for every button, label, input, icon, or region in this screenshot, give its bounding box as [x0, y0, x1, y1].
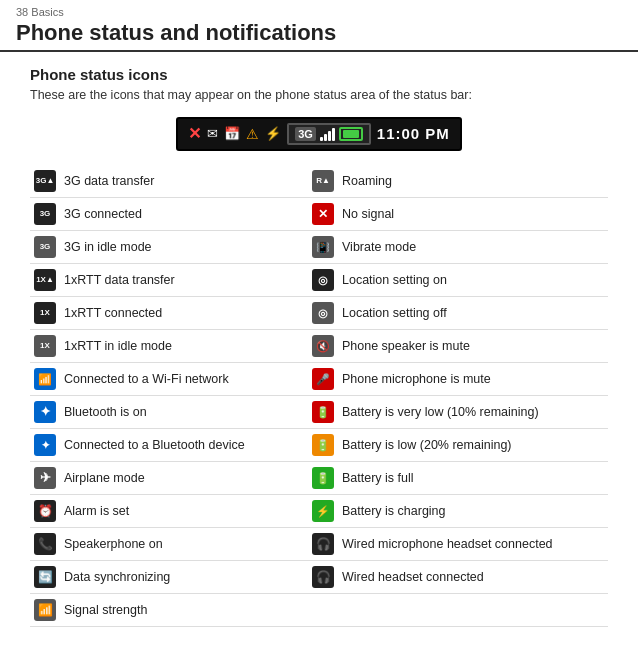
label-cell: Battery is charging [338, 494, 608, 527]
icon-cell: ◎ [308, 263, 338, 296]
table-row: ✦ Connected to a Bluetooth device 🔋 Batt… [30, 428, 608, 461]
icon-cell: 🔇 [308, 329, 338, 362]
1xrtt-idle-icon: 1X [34, 335, 56, 357]
icon-cell: 🎧 [308, 560, 338, 593]
3g-idle-icon: 3G [34, 236, 56, 258]
icon-cell: ⚡ [308, 494, 338, 527]
battery-full-icon: 🔋 [312, 467, 334, 489]
table-row: ✦ Bluetooth is on 🔋 Battery is very low … [30, 395, 608, 428]
table-row: 1X▲ 1xRTT data transfer ◎ Location setti… [30, 263, 608, 296]
data-sync-icon: 🔄 [34, 566, 56, 588]
icon-cell: ✕ [308, 197, 338, 230]
icon-cell: 1X▲ [30, 263, 60, 296]
label-cell: 1xRTT in idle mode [60, 329, 290, 362]
label-cell: Connected to a Bluetooth device [60, 428, 290, 461]
icon-cell: 📶 [30, 362, 60, 395]
icon-cell: ◎ [308, 296, 338, 329]
usb-icon: ⚡ [265, 126, 281, 141]
table-row: 3G 3G connected ✕ No signal [30, 197, 608, 230]
warning-icon: ⚠ [246, 126, 259, 142]
label-cell: Wired headset connected [338, 560, 608, 593]
label-cell: Roaming [338, 165, 608, 198]
battery-fill [343, 130, 359, 138]
label-cell: Bluetooth is on [60, 395, 290, 428]
mail-icon: ✉ [207, 126, 218, 141]
label-cell: Battery is very low (10% remaining) [338, 395, 608, 428]
icon-cell: 🔄 [30, 560, 60, 593]
bar1 [320, 137, 323, 141]
bluetooth-device-icon: ✦ [34, 434, 56, 456]
label-cell: Battery is full [338, 461, 608, 494]
table-row: 📶 Signal strength [30, 593, 608, 626]
battery-very-low-icon: 🔋 [312, 401, 334, 423]
mic-mute-icon: 🎤 [312, 368, 334, 390]
icon-cell: ✈ [30, 461, 60, 494]
icon-cell: 🔋 [308, 395, 338, 428]
icon-cell: ⏰ [30, 494, 60, 527]
status-bar-illustration: ✕ ✉ 📅 ⚠ ⚡ 3G [30, 117, 608, 151]
table-row: 📞 Speakerphone on 🎧 Wired microphone hea… [30, 527, 608, 560]
table-row: 1X 1xRTT connected ◎ Location setting of… [30, 296, 608, 329]
icon-cell: ✦ [30, 395, 60, 428]
icon-cell: 3G [30, 197, 60, 230]
bar4 [332, 128, 335, 141]
1xrtt-data-icon: 1X▲ [34, 269, 56, 291]
label-cell: Wired microphone headset connected [338, 527, 608, 560]
alarm-icon: ⏰ [34, 500, 56, 522]
location-on-icon: ◎ [312, 269, 334, 291]
label-cell: Vibrate mode [338, 230, 608, 263]
highlighted-section: 3G [287, 123, 371, 145]
icon-cell: 🔋 [308, 461, 338, 494]
table-row: ⏰ Alarm is set ⚡ Battery is charging [30, 494, 608, 527]
icon-cell: 🔋 [308, 428, 338, 461]
label-cell: Phone speaker is mute [338, 329, 608, 362]
icon-cell: 3G▲ [30, 165, 60, 198]
signal-strength-icon: 📶 [34, 599, 56, 621]
label-cell: 1xRTT data transfer [60, 263, 290, 296]
calendar-icon: 📅 [224, 126, 240, 141]
3g-connected-icon: 3G [34, 203, 56, 225]
roaming-icon: R▲ [312, 170, 334, 192]
wifi-icon: 📶 [34, 368, 56, 390]
bar3 [328, 131, 331, 141]
speakerphone-icon: 📞 [34, 533, 56, 555]
table-row: ✈ Airplane mode 🔋 Battery is full [30, 461, 608, 494]
3g-icon: 3G [295, 127, 316, 141]
icon-cell: 1X [30, 329, 60, 362]
label-cell: Airplane mode [60, 461, 290, 494]
icon-cell: 3G [30, 230, 60, 263]
table-row: 📶 Connected to a Wi-Fi network 🎤 Phone m… [30, 362, 608, 395]
page-title: Phone status and notifications [16, 20, 622, 46]
icon-cell: 📶 [30, 593, 60, 626]
bar2 [324, 134, 327, 141]
battery-icon [339, 127, 363, 141]
label-cell: Battery is low (20% remaining) [338, 428, 608, 461]
page-wrapper: 38 Basics Phone status and notifications… [0, 0, 638, 637]
icons-table: 3G▲ 3G data transfer R▲ Roaming 3G 3G co… [30, 165, 608, 627]
icon-cell: 📞 [30, 527, 60, 560]
page-header: 38 Basics Phone status and notifications [0, 0, 638, 52]
icon-cell: 📳 [308, 230, 338, 263]
table-row: 3G 3G in idle mode 📳 Vibrate mode [30, 230, 608, 263]
label-cell: 1xRTT connected [60, 296, 290, 329]
no-signal-icon: ✕ [312, 203, 334, 225]
label-cell: 3G connected [60, 197, 290, 230]
label-cell: Location setting off [338, 296, 608, 329]
3g-data-transfer-icon: 3G▲ [34, 170, 56, 192]
chapter-label: 38 Basics [16, 6, 622, 18]
icon-cell: ✦ [30, 428, 60, 461]
wired-mic-headset-icon: 🎧 [312, 533, 334, 555]
location-off-icon: ◎ [312, 302, 334, 324]
speaker-mute-icon: 🔇 [312, 335, 334, 357]
label-cell: Location setting on [338, 263, 608, 296]
status-bar-time: 11:00 PM [377, 125, 450, 142]
table-row: 🔄 Data synchronizing 🎧 Wired headset con… [30, 560, 608, 593]
label-cell: Phone microphone is mute [338, 362, 608, 395]
label-cell: Alarm is set [60, 494, 290, 527]
label-cell: Data synchronizing [60, 560, 290, 593]
vibrate-icon: 📳 [312, 236, 334, 258]
label-cell: 3G in idle mode [60, 230, 290, 263]
icon-cell: R▲ [308, 165, 338, 198]
airplane-mode-icon: ✈ [34, 467, 56, 489]
label-cell: Speakerphone on [60, 527, 290, 560]
